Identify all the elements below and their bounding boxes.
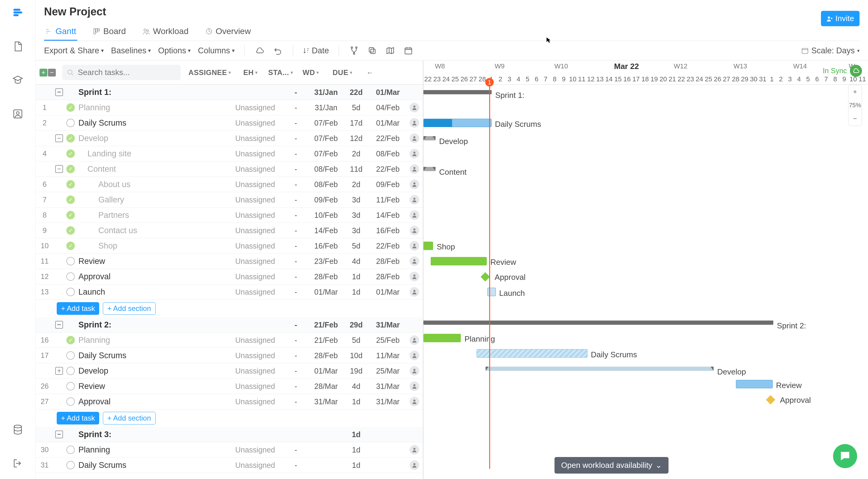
assignee-avatar[interactable] bbox=[406, 179, 423, 189]
status-icon[interactable] bbox=[65, 446, 76, 454]
baselines-dropdown[interactable]: Baselines bbox=[111, 46, 151, 56]
assignee-avatar[interactable] bbox=[406, 460, 423, 470]
collapse-toggle[interactable] bbox=[54, 165, 65, 173]
tab-board[interactable]: Board bbox=[92, 23, 127, 41]
task-row[interactable]: 13LaunchUnassigned-01/Mar1d01/Mar bbox=[36, 284, 423, 300]
task-row[interactable]: 10ShopUnassigned-16/Feb5d22/Feb bbox=[36, 238, 423, 254]
calendar-icon[interactable] bbox=[403, 45, 414, 56]
section-row[interactable]: Sprint 1:-31/Jan22d01/Mar bbox=[36, 84, 423, 100]
export-dropdown[interactable]: Export & Share bbox=[44, 46, 104, 56]
assignee-avatar[interactable] bbox=[406, 381, 423, 391]
task-row[interactable]: 12ApprovalUnassigned-28/Feb1d28/Feb bbox=[36, 269, 423, 284]
gantt-chart[interactable]: W8W9W10W12W13W14W Mar 22 Apr 2 222324252… bbox=[424, 61, 868, 479]
sort-date-button[interactable]: Date bbox=[303, 45, 329, 56]
assignee-avatar[interactable] bbox=[406, 118, 423, 128]
gantt-bar[interactable]: Content bbox=[424, 167, 435, 171]
assignee-avatar[interactable] bbox=[406, 103, 423, 112]
learn-icon[interactable] bbox=[11, 73, 25, 87]
task-row[interactable]: 9Contact usUnassigned-14/Feb3d16/Feb bbox=[36, 223, 423, 238]
zoom-out[interactable]: − bbox=[853, 112, 857, 126]
status-icon[interactable] bbox=[65, 196, 76, 204]
task-row[interactable]: 31Daily ScrumsUnassigned-1d bbox=[36, 457, 423, 473]
gantt-bar[interactable]: Develop bbox=[486, 367, 714, 371]
task-row[interactable]: DevelopUnassigned-07/Feb12d22/Feb bbox=[36, 131, 423, 146]
status-icon[interactable] bbox=[65, 242, 76, 250]
assignee-avatar[interactable] bbox=[406, 366, 423, 376]
assignee-avatar[interactable] bbox=[406, 226, 423, 235]
status-icon[interactable] bbox=[65, 382, 76, 390]
collapse-toggle[interactable] bbox=[54, 431, 65, 438]
gantt-bar[interactable]: Daily Scrums bbox=[476, 349, 588, 357]
col-eh[interactable]: EH▼ bbox=[237, 68, 265, 77]
task-row[interactable]: 1PlanningUnassigned-31/Jan5d04/Feb bbox=[36, 100, 423, 115]
collapse-toggle[interactable] bbox=[54, 88, 65, 96]
task-row[interactable]: 2Daily ScrumsUnassigned-07/Feb17d01/Mar bbox=[36, 115, 423, 131]
col-sta[interactable]: STA...▼ bbox=[265, 68, 298, 77]
options-dropdown[interactable]: Options bbox=[158, 46, 191, 56]
search-box[interactable] bbox=[62, 65, 181, 80]
assignee-avatar[interactable] bbox=[406, 133, 423, 143]
col-assignee[interactable]: ASSIGNEE▼ bbox=[183, 68, 237, 77]
milestone[interactable] bbox=[766, 395, 775, 404]
zoom-in[interactable]: + bbox=[853, 85, 857, 99]
assignee-avatar[interactable] bbox=[406, 256, 423, 266]
status-icon[interactable] bbox=[65, 180, 76, 189]
status-icon[interactable] bbox=[65, 288, 76, 296]
assignee-avatar[interactable] bbox=[406, 335, 423, 345]
section-row[interactable]: Sprint 3:1d bbox=[36, 427, 423, 442]
status-icon[interactable] bbox=[65, 336, 76, 344]
add-section-button[interactable]: + Add section bbox=[103, 302, 156, 315]
collapse-toggle[interactable] bbox=[54, 134, 65, 142]
task-row[interactable]: DevelopUnassigned-01/Mar19d25/Mar bbox=[36, 363, 423, 379]
gantt-bar[interactable]: Daily Scrums bbox=[424, 119, 492, 127]
col-wd[interactable]: WD▼ bbox=[298, 68, 325, 77]
add-task-button[interactable]: + Add task bbox=[57, 412, 99, 424]
columns-dropdown[interactable]: Columns bbox=[198, 46, 235, 56]
gantt-bar[interactable]: Shop bbox=[424, 242, 433, 250]
assignee-avatar[interactable] bbox=[406, 397, 423, 406]
status-icon[interactable] bbox=[65, 103, 76, 112]
logout-icon[interactable] bbox=[11, 457, 25, 470]
add-task-button[interactable]: + Add task bbox=[57, 302, 99, 315]
assignee-avatar[interactable] bbox=[406, 195, 423, 205]
task-row[interactable]: 30PlanningUnassigned-1d bbox=[36, 442, 423, 457]
gantt-bar[interactable]: Sprint 2: bbox=[424, 320, 773, 325]
status-icon[interactable] bbox=[65, 461, 76, 469]
back-arrow-icon[interactable]: ← bbox=[361, 68, 379, 77]
gantt-bar[interactable]: Launch bbox=[487, 288, 496, 296]
assignee-avatar[interactable] bbox=[406, 149, 423, 159]
database-icon[interactable] bbox=[11, 423, 25, 436]
workload-availability-button[interactable]: Open workload availability⌄ bbox=[555, 457, 669, 474]
status-icon[interactable] bbox=[65, 351, 76, 360]
collapse-toggle[interactable] bbox=[54, 367, 65, 375]
search-input[interactable] bbox=[78, 68, 176, 77]
branch-icon[interactable] bbox=[349, 45, 360, 56]
tab-gantt[interactable]: Gantt bbox=[44, 23, 77, 41]
gantt-bar[interactable]: Planning bbox=[424, 334, 461, 342]
task-row[interactable]: 26ReviewUnassigned-28/Mar4d31/Mar bbox=[36, 379, 423, 394]
copy-icon[interactable] bbox=[367, 45, 378, 56]
status-icon[interactable] bbox=[65, 149, 76, 158]
status-icon[interactable] bbox=[65, 257, 76, 265]
expand-collapse-all[interactable]: +− bbox=[36, 69, 60, 76]
status-icon[interactable] bbox=[65, 226, 76, 235]
assignee-avatar[interactable] bbox=[406, 445, 423, 455]
status-icon[interactable] bbox=[65, 397, 76, 406]
task-row[interactable]: 11ReviewUnassigned-23/Feb4d28/Feb bbox=[36, 254, 423, 269]
invite-button[interactable]: Invite bbox=[821, 11, 860, 26]
assignee-avatar[interactable] bbox=[406, 351, 423, 360]
assignee-avatar[interactable] bbox=[406, 287, 423, 297]
assignee-avatar[interactable] bbox=[406, 241, 423, 251]
tab-overview[interactable]: Overview bbox=[204, 23, 252, 41]
status-icon[interactable] bbox=[65, 134, 76, 142]
task-row[interactable]: 27ApprovalUnassigned-31/Mar1d31/Mar bbox=[36, 394, 423, 409]
add-section-button[interactable]: + Add section bbox=[103, 412, 156, 424]
status-icon[interactable] bbox=[65, 367, 76, 375]
gantt-bar[interactable]: Review bbox=[431, 257, 487, 265]
assignee-avatar[interactable] bbox=[406, 210, 423, 220]
task-row[interactable]: 17Daily ScrumsUnassigned-28/Feb10d11/Mar bbox=[36, 348, 423, 363]
chat-fab[interactable] bbox=[833, 444, 857, 468]
status-icon[interactable] bbox=[65, 165, 76, 173]
task-row[interactable]: ContentUnassigned-08/Feb11d22/Feb bbox=[36, 162, 423, 177]
task-row[interactable]: 16PlanningUnassigned-21/Feb5d25/Feb bbox=[36, 333, 423, 348]
